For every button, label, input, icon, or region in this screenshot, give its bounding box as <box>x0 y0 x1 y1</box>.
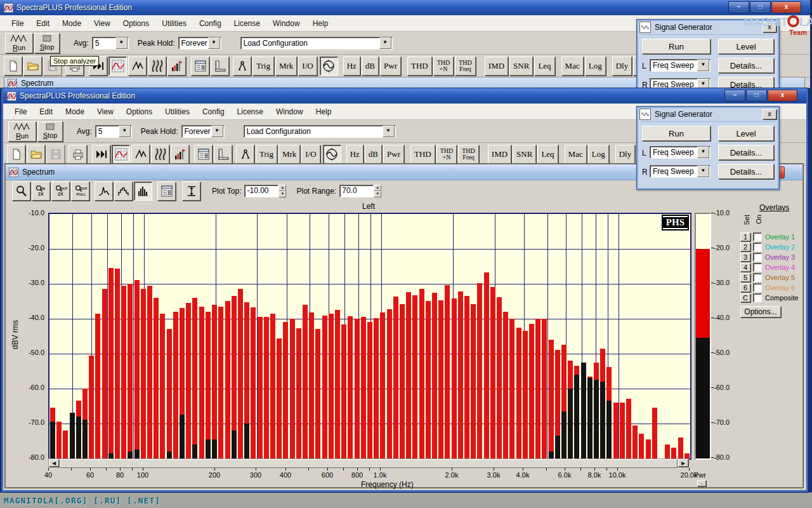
new-document-icon[interactable] <box>7 145 25 164</box>
menu-item-view[interactable]: View <box>91 105 120 118</box>
thd-freq-button-back[interactable]: THDFreq <box>455 57 476 76</box>
menu-item-window[interactable]: Window <box>270 105 310 118</box>
scroll-thumb[interactable] <box>60 459 678 468</box>
avg-select-back[interactable]: 5▼ <box>92 37 129 50</box>
overlay-set-button-1[interactable]: 1 <box>740 232 750 241</box>
amplitude-range-icon[interactable] <box>182 182 200 201</box>
pwr-button[interactable]: Pwr <box>383 145 404 164</box>
signal-generator-icon-back[interactable] <box>320 57 338 76</box>
spectrum-view-icon-back[interactable] <box>108 57 127 76</box>
scroll-left-icon[interactable]: ◀ <box>49 459 59 467</box>
left-waveform-dropdown-icon[interactable]: ▼ <box>697 147 709 158</box>
plot-range-spinner[interactable]: ▲▼ <box>374 185 381 197</box>
menu-item-file[interactable]: File <box>8 105 33 118</box>
menu-item-mode-back[interactable]: Mode <box>56 17 88 30</box>
menu-item-config[interactable]: Config <box>196 105 231 118</box>
right-waveform-select[interactable]: Freq Sweep▼ <box>650 165 710 178</box>
print-icon[interactable] <box>69 145 87 164</box>
stop-button[interactable]: Stop <box>37 121 63 142</box>
leq-button-back[interactable]: Leq <box>534 57 554 76</box>
overlay-set-button-4[interactable]: 4 <box>740 263 750 272</box>
close-button[interactable]: x <box>768 90 797 102</box>
overlay-on-checkbox-2[interactable] <box>753 243 762 251</box>
generator-run-button[interactable]: Run <box>642 39 710 54</box>
zoom-out-full-icon[interactable]: OUTFULL <box>71 182 89 201</box>
menu-item-help-back[interactable]: Help <box>306 17 335 30</box>
menu-item-options[interactable]: Options <box>120 105 159 118</box>
menu-item-utilities-back[interactable]: Utilities <box>155 17 193 30</box>
pwr-button-back[interactable]: Pwr <box>380 57 401 76</box>
overlay-on-checkbox-C[interactable] <box>753 293 762 302</box>
imd-button-back[interactable]: IMD <box>485 57 508 76</box>
surface-view-icon[interactable] <box>171 145 189 164</box>
minimize-button[interactable]: – <box>724 90 745 102</box>
overlay-set-button-6[interactable]: 6 <box>740 283 750 292</box>
plot-top-down-icon[interactable]: ▼ <box>278 191 286 197</box>
spectrogram-view-icon-back[interactable] <box>148 57 166 76</box>
overlay-on-checkbox-6[interactable] <box>753 283 762 292</box>
hz-button[interactable]: Hz <box>346 145 363 164</box>
plot-h-scrollbar[interactable]: ◀▶ <box>48 458 689 467</box>
macro-button[interactable]: Mac <box>565 145 587 164</box>
close-button-back[interactable]: x <box>771 1 801 13</box>
left-details-button[interactable]: Details... <box>718 145 774 160</box>
left-details-button[interactable]: Details... <box>718 58 774 73</box>
thd-n-button-back[interactable]: THD+N <box>433 57 454 76</box>
macro-button-back[interactable]: Mac <box>561 57 584 76</box>
pwr-minimize-button[interactable]: - <box>697 480 706 486</box>
imd-button[interactable]: IMD <box>488 145 511 164</box>
peak-hold-dropdown-icon[interactable]: ▼ <box>211 126 223 137</box>
leq-button[interactable]: Leq <box>537 145 558 164</box>
io-button[interactable]: I/O <box>301 145 320 164</box>
thd-freq-button[interactable]: THDFreq <box>458 145 479 164</box>
overlay-set-button-C[interactable]: C <box>740 293 750 302</box>
maximize-button[interactable]: □ <box>746 90 767 102</box>
new-document-icon-back[interactable] <box>4 57 22 76</box>
menu-item-options-back[interactable]: Options <box>117 17 155 30</box>
menu-item-mode[interactable]: Mode <box>59 105 91 118</box>
overlay-set-button-3[interactable]: 3 <box>740 253 750 262</box>
surface-view-icon-back[interactable] <box>167 57 186 76</box>
waveform-view-icon-back[interactable] <box>128 57 147 76</box>
thd-n-button[interactable]: THD+N <box>436 145 457 164</box>
menu-item-license[interactable]: License <box>231 105 270 118</box>
run-button-back[interactable]: Run <box>5 33 33 53</box>
scroll-right-icon[interactable]: ▶ <box>678 459 688 467</box>
stop-button-back[interactable]: Stop <box>34 33 60 53</box>
generator-run-button[interactable]: Run <box>642 126 710 141</box>
load-config-dropdown-icon[interactable]: ▼ <box>383 126 395 137</box>
minimize-button-back[interactable]: – <box>728 1 749 13</box>
bar-plot-icon[interactable] <box>134 182 152 201</box>
overlays-options-button[interactable]: Options... <box>740 306 781 318</box>
plot-top-field[interactable]: -10.00 <box>244 185 278 197</box>
signal-generator-close-button[interactable]: x <box>763 109 776 119</box>
overlay-set-button-2[interactable]: 2 <box>740 243 750 251</box>
zoom-out-2x-icon[interactable]: OUT2X <box>51 182 70 201</box>
thd-button-back[interactable]: THD <box>407 57 432 76</box>
zoom-in-2x-icon[interactable]: IN2X <box>32 182 50 201</box>
snr-button-back[interactable]: SNR <box>509 57 533 76</box>
overlay-on-checkbox-3[interactable] <box>753 253 762 262</box>
menu-item-utilities[interactable]: Utilities <box>159 105 196 118</box>
run-button[interactable]: Run <box>8 121 36 142</box>
scale-icon[interactable] <box>214 145 232 164</box>
menu-item-edit[interactable]: Edit <box>33 105 59 118</box>
spectrogram-view-icon[interactable] <box>151 145 169 164</box>
waveform-view-icon[interactable] <box>131 145 150 164</box>
calipers-icon-back[interactable] <box>233 57 251 76</box>
left-waveform-select[interactable]: Freq Sweep▼ <box>650 59 710 72</box>
delay-button-back[interactable]: Dly <box>612 57 632 76</box>
open-file-icon-back[interactable] <box>23 57 42 76</box>
trigger-button-back[interactable]: Trig <box>252 57 274 76</box>
display-options-icon[interactable] <box>157 182 176 201</box>
menu-item-edit-back[interactable]: Edit <box>30 17 56 30</box>
generator-level-button[interactable]: Level <box>718 39 774 54</box>
load-config-select[interactable]: Load Configuration▼ <box>244 125 396 138</box>
display-panel-icon-back[interactable] <box>191 57 209 76</box>
overlay-on-checkbox-4[interactable] <box>753 263 762 272</box>
marker-button[interactable]: Mrk <box>278 145 300 164</box>
menu-item-config-back[interactable]: Config <box>193 17 228 30</box>
plot-range-down-icon[interactable]: ▼ <box>374 191 381 197</box>
avg-dropdown-icon[interactable]: ▼ <box>115 37 128 49</box>
left-waveform-select[interactable]: Freq Sweep▼ <box>650 146 710 159</box>
